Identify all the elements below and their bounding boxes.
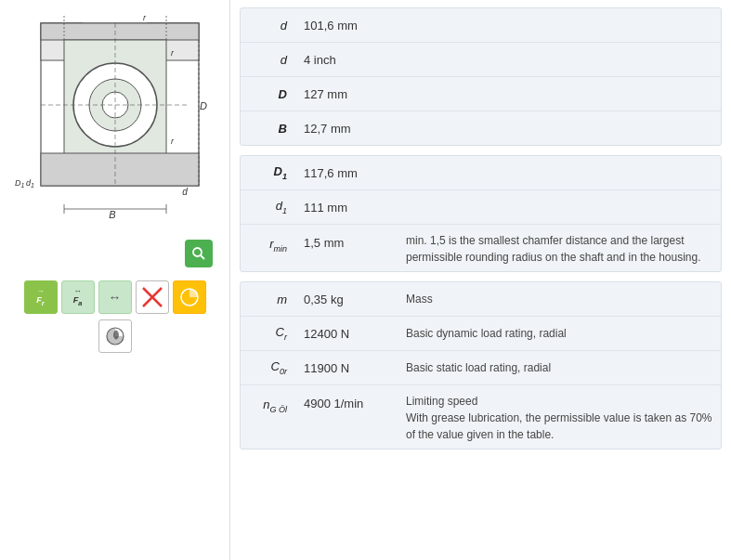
- param-d-inch: d: [241, 43, 296, 76]
- param-d1: d1: [241, 190, 296, 224]
- value-nGOl: 4900 1/min: [296, 385, 398, 419]
- value-rmin: 1,5 mm: [296, 225, 398, 258]
- cross-button[interactable]: [136, 280, 169, 314]
- param-nGOl: nG Öl: [241, 385, 296, 419]
- param-m: m: [241, 282, 296, 316]
- row-d-mm: d 101,6 mm: [241, 8, 721, 43]
- value-d-mm: 101,6 mm: [296, 8, 398, 42]
- seal-button[interactable]: [173, 280, 206, 314]
- value-d-inch: 4 inch: [296, 43, 398, 76]
- row-mass: m 0,35 kg Mass: [241, 282, 721, 317]
- desc-nGOl: Limiting speedWith grease lubrication, t…: [398, 385, 721, 449]
- value-Cr: 12400 N: [296, 317, 398, 350]
- svg-text:D: D: [200, 100, 207, 111]
- svg-line-26: [201, 255, 204, 259]
- value-B: 12,7 mm: [296, 111, 398, 145]
- svg-rect-3: [41, 23, 199, 40]
- icon-buttons-row1: → Fr ↔ Fa ↔: [24, 280, 206, 314]
- section-dimensions-extended: D1 117,6 mm d1 111 mm rmin 1,5 mm min. 1…: [240, 155, 722, 272]
- param-C0r: C0r: [241, 351, 296, 384]
- value-C0r: 11900 N: [296, 351, 398, 384]
- row-D1: D1 117,6 mm: [241, 156, 721, 190]
- row-d-inch: d 4 inch: [241, 43, 721, 77]
- svg-text:r: r: [143, 13, 147, 22]
- row-d1: d1 111 mm: [241, 190, 721, 225]
- value-d1: 111 mm: [296, 190, 398, 224]
- row-nGOl: nG Öl 4900 1/min Limiting speedWith grea…: [241, 385, 721, 449]
- svg-rect-8: [41, 153, 199, 186]
- value-mass: 0,35 kg: [296, 282, 398, 316]
- desc-C0r: Basic static load rating, radial: [398, 351, 721, 384]
- section-dimensions-basic: d 101,6 mm d 4 inch D 127 mm B 12,7 mm: [240, 7, 722, 146]
- row-D: D 127 mm: [241, 77, 721, 111]
- svg-text:B: B: [109, 209, 115, 220]
- row-rmin: rmin 1,5 mm min. 1,5 is the smallest cha…: [241, 225, 721, 271]
- svg-text:d1: d1: [26, 178, 34, 189]
- right-panel: d 101,6 mm d 4 inch D 127 mm B 12,7 mm D…: [230, 0, 731, 560]
- displacement-button[interactable]: ↔: [98, 280, 132, 314]
- desc-mass: Mass: [398, 282, 721, 316]
- lubrication-button[interactable]: [98, 319, 132, 353]
- svg-point-25: [193, 248, 202, 256]
- param-B: B: [241, 111, 296, 145]
- icon-buttons-row2: [98, 319, 132, 353]
- svg-text:r: r: [171, 137, 175, 146]
- desc-B: [398, 111, 721, 145]
- fr-button[interactable]: → Fr: [24, 280, 58, 314]
- svg-text:d: d: [182, 187, 188, 197]
- search-button[interactable]: [185, 240, 213, 267]
- row-Cr: Cr 12400 N Basic dynamic load rating, ra…: [241, 317, 721, 351]
- row-B: B 12,7 mm: [241, 111, 721, 145]
- param-D: D: [241, 77, 296, 111]
- value-D: 127 mm: [296, 77, 398, 111]
- desc-d1: [398, 190, 721, 224]
- svg-text:D1: D1: [15, 178, 25, 189]
- fa-button[interactable]: ↔ Fa: [61, 280, 95, 314]
- desc-d-mm: [398, 8, 721, 42]
- desc-rmin: min. 1,5 is the smallest chamfer distanc…: [398, 225, 721, 271]
- param-D1: D1: [241, 156, 296, 189]
- desc-D: [398, 77, 721, 111]
- left-panel: B D d r r r D1 d1: [0, 0, 230, 560]
- param-rmin: rmin: [241, 225, 296, 258]
- desc-Cr: Basic dynamic load rating, radial: [398, 317, 721, 350]
- desc-d-inch: [398, 43, 721, 76]
- row-C0r: C0r 11900 N Basic static load rating, ra…: [241, 351, 721, 385]
- param-Cr: Cr: [241, 317, 296, 350]
- desc-D1: [398, 156, 721, 189]
- bearing-diagram: B D d r r r D1 d1: [13, 9, 217, 232]
- param-d: d: [241, 8, 296, 42]
- section-load-ratings: m 0,35 kg Mass Cr 12400 N Basic dynamic …: [240, 281, 722, 449]
- value-D1: 117,6 mm: [296, 156, 398, 189]
